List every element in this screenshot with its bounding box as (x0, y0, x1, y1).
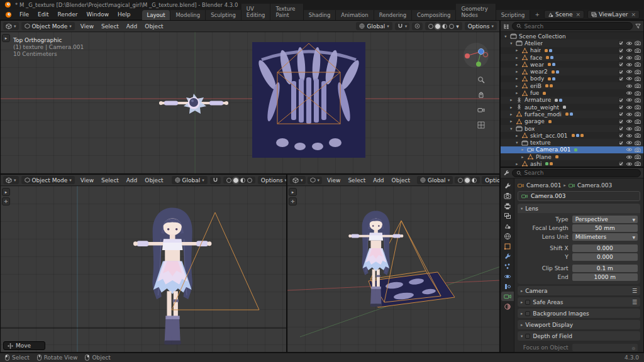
properties-tab-world[interactable] (501, 231, 514, 241)
checkbox-icon[interactable] (618, 104, 624, 110)
outliner-editor-icon[interactable] (503, 23, 509, 30)
menu-file[interactable]: File (15, 10, 33, 19)
property-number-field[interactable]: 50 mm (572, 224, 638, 232)
expander-icon[interactable]: ▸ (514, 90, 519, 96)
checkbox-icon[interactable] (618, 140, 624, 146)
outliner-row-ashi[interactable]: ▸ashi (501, 160, 643, 167)
viewport-menu-object[interactable]: Object (389, 176, 413, 184)
options-button[interactable]: Options▾ (465, 22, 497, 30)
hide-viewport-eye-icon[interactable] (626, 140, 633, 145)
disable-render-camera-icon[interactable] (635, 62, 641, 67)
hide-viewport-eye-icon[interactable] (626, 119, 633, 124)
mode-selector[interactable]: Object Mode▾ (21, 22, 75, 30)
disable-render-camera-icon[interactable] (635, 133, 641, 138)
redo-panel-move[interactable]: Move (3, 341, 45, 350)
presets-menu-icon[interactable]: ☰ (632, 288, 637, 294)
disable-render-camera-icon[interactable] (635, 140, 641, 146)
expander-icon[interactable]: ▸ (514, 55, 519, 60)
disable-render-camera-icon[interactable] (635, 161, 641, 167)
expander-icon[interactable]: ▸ (520, 147, 525, 152)
hide-viewport-eye-icon[interactable] (626, 76, 633, 81)
disable-render-camera-icon[interactable] (635, 40, 641, 46)
navigation-gizmo[interactable] (463, 42, 489, 69)
menu-help[interactable]: Help (113, 10, 135, 19)
expander-icon[interactable]: ▾ (514, 140, 519, 145)
section-safe-areas[interactable]: ▸Safe Areas☰ (518, 297, 640, 307)
expander-icon[interactable]: ▸ (509, 112, 514, 117)
checkbox-icon[interactable] (618, 40, 624, 46)
options-button[interactable]: Options▾ (482, 176, 499, 184)
checkbox-icon[interactable] (618, 76, 624, 82)
viewport-front-canvas[interactable]: ▸ ✛ Move (1, 186, 286, 352)
properties-search-input[interactable] (524, 170, 636, 176)
properties-tab-output[interactable] (501, 201, 514, 211)
expander-icon[interactable]: ▾ (509, 41, 514, 46)
properties-tab-object-data[interactable] (501, 292, 514, 301)
shading-material-icon[interactable] (472, 178, 477, 183)
disable-render-camera-icon[interactable] (635, 97, 641, 103)
checkbox-icon[interactable] (618, 111, 624, 117)
properties-tab-modifiers[interactable] (501, 251, 514, 261)
property-object-field[interactable]: ◎ (572, 344, 638, 351)
hide-viewport-eye-icon[interactable] (626, 97, 633, 102)
datablock-name-field[interactable]: Camera.003 (518, 191, 640, 201)
properties-tab-scene[interactable] (501, 221, 514, 231)
viewport-top-canvas[interactable]: ▸ Top Orthographic (1) texture | Camera.… (1, 32, 499, 173)
shading-wireframe-icon[interactable] (458, 178, 463, 183)
section-depth-of-field[interactable]: ▾Depth of Field (518, 331, 640, 341)
checkbox-icon[interactable] (618, 126, 624, 131)
outliner-row-box[interactable]: ▾box (501, 125, 643, 132)
expander-icon[interactable]: ▸ (514, 62, 519, 67)
checkbox-icon[interactable] (618, 48, 624, 53)
menu-edit[interactable]: Edit (33, 10, 53, 19)
disable-render-camera-icon[interactable] (635, 126, 641, 131)
checkbox-icon[interactable] (618, 55, 624, 60)
viewport-pan-icon[interactable] (476, 90, 486, 100)
viewlayer-selector[interactable]: ViewLayer× (587, 10, 640, 19)
outliner-row-face[interactable]: ▸face (501, 54, 643, 61)
expander-icon[interactable]: ▸ (509, 105, 514, 110)
disable-render-camera-icon[interactable] (635, 69, 641, 75)
shading-wireframe-icon[interactable] (428, 24, 433, 29)
outliner-row-furface-modi[interactable]: ▸furface_modi (501, 111, 643, 118)
property-number-field[interactable]: 0.000 (572, 244, 638, 252)
menu-window[interactable]: Window (82, 10, 114, 19)
outliner-row-erib[interactable]: ▸eriB (501, 82, 643, 89)
select-tool-icon[interactable]: ▸ (2, 188, 10, 196)
viewport-menu-select[interactable]: Select (345, 176, 369, 184)
add-workspace-button[interactable]: + (531, 10, 543, 19)
checkbox-icon[interactable] (618, 119, 624, 124)
hide-viewport-eye-icon[interactable] (626, 105, 633, 110)
hide-viewport-eye-icon[interactable] (626, 112, 633, 117)
workspace-tab-compositing[interactable]: Compositing (412, 10, 456, 20)
outliner-row-scene-collection[interactable]: ▾Scene Collection (501, 33, 643, 40)
disable-render-camera-icon[interactable] (635, 48, 641, 53)
move-tool-icon[interactable]: ✛ (289, 197, 297, 206)
workspace-tab-sculpting[interactable]: Sculpting (206, 10, 242, 20)
section-camera[interactable]: ▸Camera☰ (518, 286, 640, 295)
viewport-menu-view[interactable]: View (77, 22, 97, 30)
disable-render-camera-icon[interactable] (635, 90, 641, 96)
viewport-zoom-icon[interactable] (476, 75, 486, 85)
viewport-menu-select[interactable]: Select (98, 176, 122, 184)
outliner-row-garage[interactable]: ▸garage (501, 118, 643, 125)
properties-search[interactable] (512, 169, 641, 177)
shading-wireframe-icon[interactable] (226, 178, 231, 183)
expander-icon[interactable]: ▸ (514, 48, 519, 53)
proportional-editing-toggle[interactable] (412, 23, 423, 30)
viewport-perspective-canvas[interactable]: ▸ ✛ (287, 186, 499, 352)
hide-viewport-eye-icon[interactable] (626, 48, 633, 53)
transform-orientation-selector[interactable]: Global▾ (356, 22, 392, 30)
workspace-tab-modeling[interactable]: Modeling (170, 10, 206, 20)
expander-icon[interactable]: ▸ (520, 155, 525, 160)
properties-tab-object[interactable] (501, 241, 514, 251)
presets-menu-icon[interactable]: ☰ (632, 299, 637, 305)
viewport-menu-view[interactable]: View (324, 176, 343, 184)
expander-icon[interactable]: ▸ (509, 119, 514, 124)
outliner-row-skirt-acc-001[interactable]: ▸skirt_acc.001 (501, 132, 643, 139)
hide-viewport-eye-icon[interactable] (626, 162, 633, 167)
workspace-tab-animation[interactable]: Animation (336, 10, 374, 20)
outliner-row-auto-weight[interactable]: ▸auto_weight (501, 104, 643, 111)
hide-viewport-eye-icon[interactable] (626, 69, 633, 74)
lens-panel-header[interactable]: ▾Lens (518, 204, 640, 213)
